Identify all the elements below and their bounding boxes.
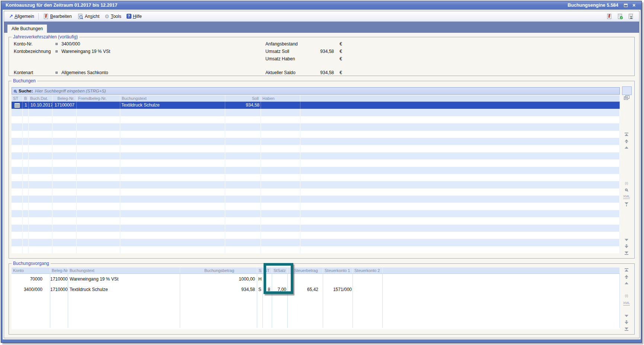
cell bbox=[29, 210, 52, 217]
header-cell[interactable]: Soll bbox=[225, 95, 261, 101]
toolbar-button-document-check[interactable] bbox=[616, 13, 623, 20]
strip-button-row-down[interactable] bbox=[625, 315, 628, 317]
table-row[interactable] bbox=[12, 181, 620, 188]
group-legend: Buchungsvorgang bbox=[12, 261, 51, 266]
menu-item-allgemein[interactable]: ↗Allgemein bbox=[6, 13, 37, 20]
cell bbox=[261, 167, 300, 174]
cell bbox=[77, 109, 120, 116]
field-label: Umsatz Soll bbox=[265, 49, 289, 54]
tab-alle-buchungen[interactable]: Alle Buchungen bbox=[7, 24, 47, 33]
search-side-button[interactable] bbox=[622, 86, 632, 95]
table-row[interactable] bbox=[12, 189, 620, 196]
strip-button-magnifier[interactable] bbox=[625, 189, 628, 191]
table-row[interactable] bbox=[12, 225, 620, 232]
table-row[interactable] bbox=[12, 210, 620, 217]
cell bbox=[225, 246, 261, 253]
table-row[interactable] bbox=[12, 295, 620, 328]
header-cell[interactable]: S bbox=[257, 268, 263, 273]
strip-button-scroll-top[interactable] bbox=[625, 133, 628, 136]
header-cell[interactable]: Buch.Dat. bbox=[29, 95, 52, 101]
strip-button-xml[interactable]: XML bbox=[623, 194, 630, 199]
cell bbox=[120, 138, 225, 145]
application-window: Kontoauszug für den Zeitraum 01.2017 bis… bbox=[1, 1, 642, 343]
cell bbox=[288, 295, 323, 328]
close-button[interactable]: × bbox=[631, 3, 637, 8]
toolbar-button-document-edit[interactable] bbox=[606, 13, 612, 20]
table-row[interactable]: 110.10.201717100007Textildruck Schulze93… bbox=[12, 102, 620, 109]
strip-group: (I)XML bbox=[623, 294, 630, 306]
cell bbox=[12, 246, 23, 253]
table-row[interactable] bbox=[12, 174, 620, 181]
table-row[interactable] bbox=[12, 152, 620, 159]
table-row[interactable] bbox=[12, 116, 620, 123]
header-cell[interactable]: Buchungstext bbox=[120, 95, 225, 101]
header-cell[interactable]: ST bbox=[12, 95, 23, 101]
strip-button-scroll-bottom[interactable] bbox=[625, 251, 628, 255]
table-row[interactable] bbox=[12, 145, 620, 152]
table-row[interactable] bbox=[12, 232, 620, 239]
strip-button-speed[interactable]: (I) bbox=[625, 181, 628, 185]
header-cell[interactable]: Steuerkonto 1 bbox=[323, 268, 353, 273]
strip-button-xml[interactable]: XML bbox=[623, 301, 630, 306]
strip-button-page-down[interactable] bbox=[625, 320, 628, 324]
toolbar-button-document-sum[interactable]: Σ bbox=[627, 13, 634, 20]
header-cell[interactable]: Haben bbox=[261, 95, 300, 101]
cell bbox=[52, 232, 77, 239]
header-cell[interactable]: B bbox=[23, 95, 29, 101]
search-bar[interactable]: Suche: Hier Suchbegriff eingeben (STRG+S… bbox=[12, 87, 620, 95]
header-cell[interactable]: Konto bbox=[12, 268, 50, 273]
menu-item-bearbeiten[interactable]: Bearbeiten bbox=[40, 12, 74, 20]
header-cell[interactable]: Beleg-Nr. bbox=[50, 268, 68, 273]
menu-item-tools[interactable]: ⚙Tools bbox=[102, 13, 124, 20]
maximize-button[interactable] bbox=[623, 3, 629, 8]
field-value: 3400/000 bbox=[61, 41, 80, 47]
menu-item-hilfe[interactable]: ?Hilfe bbox=[124, 13, 144, 20]
strip-button-scroll-top[interactable] bbox=[625, 268, 628, 272]
cell bbox=[323, 295, 353, 328]
table-row[interactable] bbox=[12, 109, 620, 116]
table-row[interactable] bbox=[12, 138, 620, 145]
table-row[interactable] bbox=[12, 123, 620, 130]
table-row[interactable] bbox=[12, 203, 620, 210]
strip-button-page-up[interactable] bbox=[625, 275, 628, 279]
table-row[interactable]: 3400/00017100007Textildruck Schulze934,5… bbox=[12, 284, 620, 295]
cell bbox=[120, 181, 225, 188]
strip-button-row-up[interactable] bbox=[625, 282, 628, 284]
strip-button-filter[interactable] bbox=[625, 202, 628, 206]
strip-button-page-up[interactable] bbox=[625, 139, 628, 143]
page-down-icon bbox=[625, 320, 628, 324]
table-row[interactable] bbox=[12, 167, 620, 174]
document-edit-icon bbox=[43, 13, 49, 19]
cell bbox=[261, 152, 300, 159]
strip-button-row-down[interactable] bbox=[625, 239, 628, 241]
cell bbox=[52, 131, 77, 138]
cell bbox=[23, 181, 29, 188]
header-cell[interactable]: Buchungsbetrag bbox=[180, 268, 257, 273]
strip-button-page-down[interactable] bbox=[625, 244, 628, 248]
strip-button-scroll-bottom[interactable] bbox=[625, 327, 628, 331]
strip-button-row-up[interactable] bbox=[625, 146, 628, 149]
table-row[interactable] bbox=[12, 239, 620, 246]
menu-item-ansicht[interactable]: Ansicht bbox=[74, 12, 102, 20]
group-buchungen: Buchungen Suche: Hier Suchbegriff eingeb… bbox=[9, 78, 635, 259]
table-row[interactable] bbox=[12, 196, 620, 203]
cell bbox=[353, 274, 383, 284]
cell bbox=[23, 116, 29, 123]
table-row[interactable] bbox=[12, 159, 620, 167]
cell: 3400/000 bbox=[12, 284, 50, 295]
header-cell[interactable]: Fremdbeleg-Nr. bbox=[77, 95, 120, 101]
table-row[interactable] bbox=[12, 217, 620, 224]
field-bullet-icon bbox=[55, 72, 58, 74]
cell bbox=[225, 174, 261, 181]
header-cell[interactable]: Beleg-Nr. bbox=[52, 95, 77, 101]
header-cell[interactable]: Steuerkonto 2 bbox=[353, 268, 383, 273]
cell bbox=[52, 203, 77, 210]
cell bbox=[120, 196, 225, 203]
table-row[interactable]: 7000017100007Wareneingang 19 % VSt1000,0… bbox=[12, 274, 620, 284]
table-row[interactable] bbox=[12, 246, 620, 253]
header-cell[interactable]: Buchungstext bbox=[68, 268, 180, 273]
cell bbox=[257, 295, 263, 328]
table-row[interactable] bbox=[12, 131, 620, 138]
strip-button-speed[interactable]: (I) bbox=[625, 294, 628, 298]
title-bar[interactable]: Kontoauszug für den Zeitraum 01.2017 bis… bbox=[1, 1, 641, 10]
